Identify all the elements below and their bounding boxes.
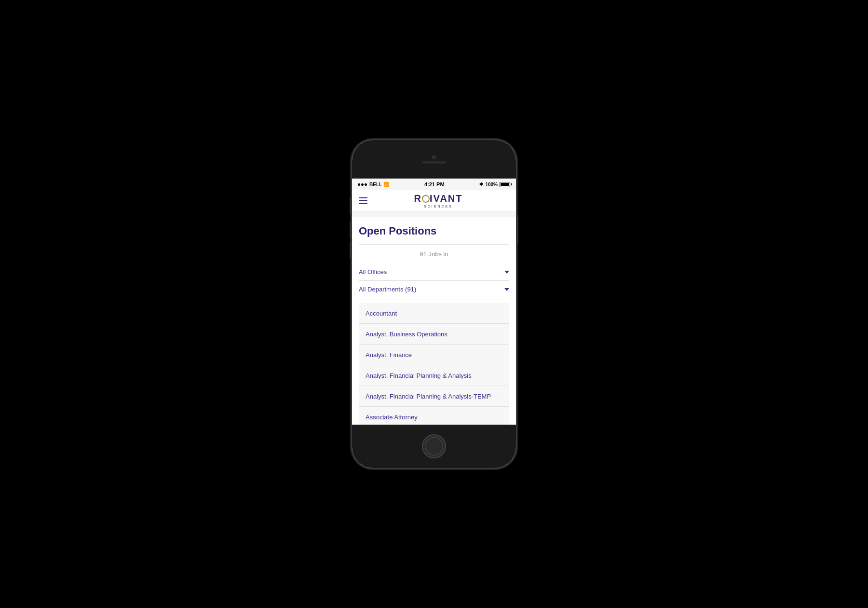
content-section: Open Positions 91 Jobs in All Offices Al… — [352, 217, 516, 425]
status-left: BELL 📶 — [358, 182, 389, 187]
top-bezel — [352, 140, 516, 179]
chevron-down-icon — [504, 271, 509, 274]
signal-dots — [358, 183, 367, 186]
job-item[interactable]: Analyst, Financial Planning & Analysis-T… — [359, 386, 509, 407]
logo-wrapper: R IVANT SCIENCES — [414, 193, 463, 208]
title-divider — [359, 244, 509, 245]
status-bar: BELL 📶 4:21 PM ✱ 100% — [352, 179, 516, 190]
filter-departments-label: All Departments (91) — [359, 286, 416, 293]
job-item[interactable]: Analyst, Finance — [359, 345, 509, 365]
bottom-bezel — [352, 425, 516, 468]
menu-button[interactable] — [359, 197, 367, 204]
bluetooth-icon: ✱ — [479, 182, 483, 187]
job-item[interactable]: Analyst, Business Operations — [359, 324, 509, 345]
logo-o-ring — [422, 195, 430, 203]
nav-bar: R IVANT SCIENCES — [352, 190, 516, 211]
speaker — [422, 161, 446, 164]
signal-dot-1 — [358, 183, 360, 186]
logo-r: R — [414, 193, 422, 204]
filter-departments-row[interactable]: All Departments (91) — [359, 281, 509, 298]
chevron-down-departments-icon — [504, 288, 509, 291]
signal-dot-2 — [361, 183, 364, 186]
carrier-label: BELL — [369, 182, 382, 187]
scroll-area[interactable]: Open Positions 91 Jobs in All Offices Al… — [352, 211, 516, 425]
jobs-count: 91 Jobs in — [359, 250, 509, 258]
battery-percent: 100% — [485, 182, 498, 187]
hamburger-line-2 — [359, 200, 367, 201]
page-title: Open Positions — [359, 225, 509, 237]
logo: R IVANT — [414, 193, 463, 204]
camera — [432, 155, 436, 159]
app-content: R IVANT SCIENCES Open Positions 91 Jobs … — [352, 190, 516, 425]
filter-offices-row[interactable]: All Offices — [359, 263, 509, 281]
job-title: Associate Attorney — [366, 414, 418, 421]
filter-offices-label: All Offices — [359, 268, 387, 276]
hamburger-line-3 — [359, 203, 367, 204]
jobs-list: AccountantAnalyst, Business OperationsAn… — [359, 303, 509, 425]
status-right: ✱ 100% — [479, 182, 510, 187]
job-title: Analyst, Financial Planning & Analysis — [366, 372, 472, 379]
hamburger-line-1 — [359, 197, 367, 198]
job-title: Accountant — [366, 310, 397, 317]
signal-dot-3 — [365, 183, 367, 186]
job-item[interactable]: Analyst, Financial Planning & Analysis — [359, 365, 509, 386]
job-item[interactable]: Associate Attorney — [359, 407, 509, 425]
battery-icon — [500, 182, 510, 187]
home-button-inner — [425, 437, 443, 456]
home-button[interactable] — [422, 434, 446, 458]
time-display: 4:21 PM — [424, 181, 445, 187]
wifi-icon: 📶 — [383, 182, 389, 187]
job-item[interactable]: Accountant — [359, 303, 509, 324]
logo-ivant: IVANT — [430, 193, 463, 204]
phone-device: BELL 📶 4:21 PM ✱ 100% — [352, 140, 516, 468]
job-title: Analyst, Finance — [366, 351, 412, 359]
job-title: Analyst, Business Operations — [366, 331, 448, 338]
logo-container: R IVANT SCIENCES — [367, 193, 509, 208]
logo-sciences: SCIENCES — [424, 205, 453, 208]
job-title: Analyst, Financial Planning & Analysis-T… — [366, 393, 491, 400]
battery-fill — [501, 183, 509, 186]
